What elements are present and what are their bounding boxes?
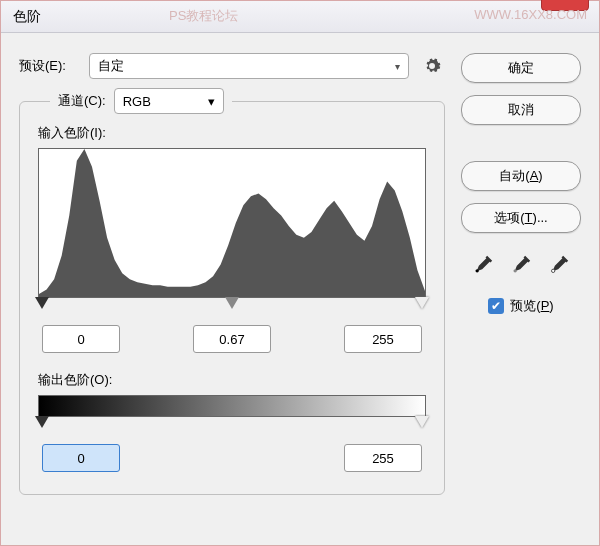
input-gamma-field[interactable]: 0.67: [193, 325, 271, 353]
levels-fieldset: 通道(C): RGB ▾ 输入色阶(I):: [19, 101, 445, 495]
left-column: 预设(E): 自定 ▾ 通道(C): RGB ▾: [19, 53, 445, 527]
right-column: 确定 取消 自动(A) 选项(T)... ✔ 预览(P): [461, 53, 581, 527]
output-white-field[interactable]: 255: [344, 444, 422, 472]
svg-point-2: [552, 269, 555, 272]
eyedropper-row: [461, 251, 581, 279]
output-values-row: 0 255: [38, 444, 426, 472]
output-white-slider[interactable]: [415, 416, 429, 428]
watermark-left: PS教程论坛: [169, 7, 238, 25]
auto-button[interactable]: 自动(A): [461, 161, 581, 191]
histogram-plot: [39, 149, 425, 297]
eyedropper-icon: [549, 255, 569, 275]
preview-row: ✔ 预览(P): [461, 297, 581, 315]
chevron-down-icon: ▾: [395, 61, 400, 72]
preview-checkbox[interactable]: ✔: [488, 298, 504, 314]
preset-label: 预设(E):: [19, 57, 79, 75]
input-gamma-slider[interactable]: [225, 297, 239, 309]
output-black-field[interactable]: 0: [42, 444, 120, 472]
input-values-row: 0 0.67 255: [38, 325, 426, 353]
white-point-eyedropper[interactable]: [545, 251, 573, 279]
black-point-eyedropper[interactable]: [469, 251, 497, 279]
gray-point-eyedropper[interactable]: [507, 251, 535, 279]
input-white-field[interactable]: 255: [344, 325, 422, 353]
gear-icon: [423, 57, 441, 75]
preset-value: 自定: [98, 57, 124, 75]
svg-point-0: [476, 269, 479, 272]
output-slider-track: [38, 416, 426, 432]
output-levels-label: 输出色阶(O):: [38, 371, 426, 389]
svg-point-1: [514, 269, 517, 272]
input-white-slider[interactable]: [415, 297, 429, 309]
channel-select[interactable]: RGB ▾: [114, 88, 224, 114]
options-button[interactable]: 选项(T)...: [461, 203, 581, 233]
input-slider-track: [38, 297, 426, 313]
preset-menu-button[interactable]: [419, 53, 445, 79]
cancel-button[interactable]: 取消: [461, 95, 581, 125]
channel-label: 通道(C):: [58, 92, 106, 110]
title-text: 色阶: [13, 8, 41, 26]
dialog-window: PS教程论坛 WWW.16XX8.COM 色阶 预设(E): 自定 ▾: [0, 0, 600, 546]
input-black-slider[interactable]: [35, 297, 49, 309]
preset-row: 预设(E): 自定 ▾: [19, 53, 445, 79]
output-black-slider[interactable]: [35, 416, 49, 428]
histogram: [38, 148, 426, 298]
eyedropper-icon: [473, 255, 493, 275]
watermark-right: WWW.16XX8.COM: [474, 7, 587, 22]
input-black-field[interactable]: 0: [42, 325, 120, 353]
channel-value: RGB: [123, 94, 151, 109]
input-levels-label: 输入色阶(I):: [38, 124, 426, 142]
chevron-down-icon: ▾: [208, 94, 215, 109]
preview-label: 预览(P): [510, 297, 553, 315]
channel-row: 通道(C): RGB ▾: [50, 88, 232, 114]
output-gradient: [38, 395, 426, 417]
eyedropper-icon: [511, 255, 531, 275]
preset-select[interactable]: 自定 ▾: [89, 53, 409, 79]
dialog-body: 预设(E): 自定 ▾ 通道(C): RGB ▾: [1, 33, 599, 545]
ok-button[interactable]: 确定: [461, 53, 581, 83]
